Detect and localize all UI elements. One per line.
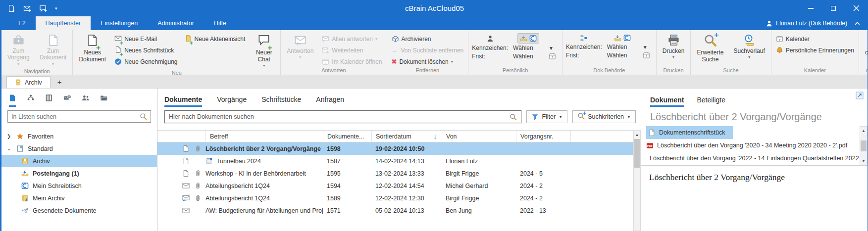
tree-item[interactable]: Mein Schreibtisch: [1, 180, 157, 192]
attachment-label: Löschbericht über den Vorgang '2020 - 34…: [657, 140, 850, 150]
filter-button[interactable]: Filter ▼: [526, 110, 567, 123]
archivieren-button[interactable]: Archivieren: [391, 34, 465, 44]
neue-genehmigung-button[interactable]: Neue Genehmigung: [113, 56, 178, 67]
column-header[interactable]: Dokumente...: [323, 131, 371, 142]
quick-new-chat-icon[interactable]: [39, 4, 47, 12]
quick-new-email-icon[interactable]: [23, 4, 31, 12]
collapse-ribbon-icon[interactable]: [854, 20, 861, 27]
menu-tab-f2[interactable]: F2: [8, 16, 36, 30]
sidebar-view-documents-icon[interactable]: [8, 94, 16, 103]
column-header[interactable]: Betreff: [205, 131, 323, 142]
attachment-item[interactable]: PDFLöschbericht über den Vorgang '2020 -…: [641, 139, 859, 152]
scroll-thumb[interactable]: [634, 139, 640, 168]
chevron-right-icon[interactable]: ❯: [5, 134, 12, 139]
column-header[interactable]: Vorgangsnr.: [516, 131, 570, 142]
new-tab-button[interactable]: +: [51, 75, 69, 88]
preview-tab-beteiligte[interactable]: Beteiligte: [697, 96, 725, 107]
document-search-box: [164, 110, 521, 123]
menu-tab-hilfe[interactable]: Hilfe: [204, 16, 236, 30]
suchkriterien-button[interactable]: ＋ Suchkriterien ▼: [572, 110, 636, 123]
attachment-item[interactable]: PDFLöschbericht über den Vorgang '2022 -…: [641, 152, 859, 165]
tree-item[interactable]: ❯Favoriten: [1, 130, 157, 142]
attachment-scrollbar[interactable]: ▲ ▼: [860, 126, 868, 165]
kennzeichen-dropdown-icon[interactable]: ▼: [643, 45, 653, 50]
von-suchliste-entfernen-button[interactable]: ← Von Suchliste entfernen: [391, 45, 465, 55]
menu-tab-einstellungen[interactable]: Einstellungen: [91, 16, 148, 30]
main-tab-schriftstücke[interactable]: Schriftstücke: [261, 95, 301, 107]
frist-calendar-icon[interactable]: 7: [549, 52, 556, 60]
group-label-drucken: Drucken: [657, 67, 691, 75]
suchverlauf-button[interactable]: Suchverlauf▾: [731, 33, 767, 61]
im-kalender-oeffnen-button[interactable]: 7 Im Kalender öffnen: [321, 56, 383, 67]
tree-item[interactable]: Archiv: [1, 155, 157, 167]
scroll-down-icon[interactable]: ▼: [860, 157, 867, 165]
table-row[interactable]: Abteilungsbericht 1Q24158912-02-2024 12:…: [157, 192, 633, 204]
menu-tab-hauptfenster[interactable]: Hauptfenster: [36, 16, 91, 30]
sidebar-view-folders-icon[interactable]: [100, 94, 108, 103]
quick-new-document-icon[interactable]: [7, 4, 15, 12]
frist-waehlen[interactable]: Wählen: [513, 53, 544, 60]
quick-access-caret-icon[interactable]: ▾: [55, 6, 57, 11]
kennzeichen-waehlen[interactable]: Wählen: [607, 44, 638, 50]
main-tab-dokumente[interactable]: Dokumente: [164, 95, 202, 107]
tree-item[interactable]: Posteingang (1): [1, 167, 157, 180]
column-header[interactable]: Sortierdatum↓: [371, 131, 442, 142]
neuer-chat-button[interactable]: ＋ Neuer Chat▾: [251, 33, 277, 69]
tree-item[interactable]: ⌄Standard: [1, 142, 157, 155]
menu-tab-administrator[interactable]: Administrator: [148, 16, 204, 30]
minimize-button[interactable]: [799, 0, 822, 16]
table-row[interactable]: Tunnelbau 2024158714-02-2024 14:13Floria…: [157, 155, 633, 167]
scroll-up-icon[interactable]: ▲: [860, 127, 867, 135]
tree-item[interactable]: Mein Archiv: [1, 192, 157, 204]
weiterleiten-button[interactable]: Weiterleiten: [321, 45, 383, 55]
drucken-button[interactable]: Drucken▾: [660, 33, 687, 61]
sidebar-view-lists-icon[interactable]: [45, 94, 53, 103]
dokument-loeschen-button[interactable]: ✖ Dokument löschen▾: [391, 56, 465, 67]
table-row[interactable]: Löschbericht über 2 Vorgang/Vorgänge1598…: [157, 142, 633, 155]
sidebar-view-participants-icon[interactable]: [27, 94, 35, 103]
close-button[interactable]: [845, 0, 868, 16]
antworten-button[interactable]: Antworten▾: [284, 33, 316, 61]
table-row[interactable]: Abteilungsbericht 1Q24159412-02-2024 14:…: [157, 180, 633, 192]
neue-akteneinsicht-button[interactable]: ＋ Neue Akteneinsicht: [184, 34, 247, 44]
unit-flag-toggle[interactable]: [612, 33, 633, 43]
persoenliche-erinnerungen-button[interactable]: Persönliche Erinnerungen: [775, 45, 855, 55]
scroll-thumb[interactable]: [861, 140, 867, 151]
current-user-link[interactable]: Florian Lutz (Dok Behörde): [766, 20, 847, 27]
table-row[interactable]: AW: Budgetierung für Abteilungen und Pro…: [157, 204, 633, 217]
sidebar-view-mail-icon[interactable]: [63, 94, 71, 103]
main-tab-vorgänge[interactable]: Vorgänge: [217, 95, 247, 107]
tree-item[interactable]: Gesendete Dokumente: [1, 204, 157, 217]
main-tab-anfragen[interactable]: Anfragen: [316, 95, 344, 107]
attachment-item[interactable]: Dokumentenschriftstück: [641, 126, 859, 139]
neues-schriftstueck-button[interactable]: ＋ Neues Schriftstück: [113, 45, 178, 55]
sidebar-view-contacts-icon[interactable]: [82, 94, 90, 103]
neue-email-button[interactable]: ＋ Neue E-Mail: [113, 34, 178, 44]
preview-tab-dokument[interactable]: Dokument: [650, 96, 684, 107]
zum-dokument-button[interactable]: Zum Dokument▾: [37, 33, 69, 68]
tab-archiv[interactable]: Archiv: [6, 76, 51, 88]
scroll-up-icon[interactable]: ▲: [634, 131, 640, 139]
expand-panel-icon[interactable]: [856, 92, 864, 99]
sidebar-search-input[interactable]: [11, 113, 137, 120]
zum-vorgang-button[interactable]: Zum Vorgang▾: [5, 33, 32, 68]
frist-waehlen[interactable]: Wählen: [607, 52, 638, 59]
kennzeichen-waehlen[interactable]: Wählen: [513, 45, 544, 51]
neues-dokument-button[interactable]: ＋ Neues Dokument: [76, 33, 108, 64]
allen-antworten-button[interactable]: Allen antworten▾: [321, 34, 383, 44]
document-tab-strip: Archiv +: [1, 75, 868, 89]
sort-arrow-icon[interactable]: ↓: [434, 133, 442, 140]
maximize-button[interactable]: [822, 0, 845, 16]
table-row[interactable]: Workshop - KI in der Behördenarbeit15951…: [157, 167, 633, 180]
frist-calendar-icon[interactable]: 7: [643, 51, 650, 59]
inbox-flag-icon: [614, 34, 621, 42]
chevron-down-icon[interactable]: ⌄: [5, 146, 12, 151]
personal-flag-toggle[interactable]: [517, 33, 539, 44]
kalender-button[interactable]: 7 Kalender: [775, 34, 855, 44]
column-header[interactable]: Von: [442, 131, 516, 142]
table-scrollbar[interactable]: ▲: [633, 130, 641, 231]
kennzeichen-dropdown-icon[interactable]: ▼: [549, 46, 559, 51]
erweiterte-suche-button[interactable]: ＋ Erweiterte Suche: [694, 33, 726, 64]
csearch-button[interactable]: cSearch: [863, 33, 868, 57]
document-search-input[interactable]: [169, 113, 507, 120]
